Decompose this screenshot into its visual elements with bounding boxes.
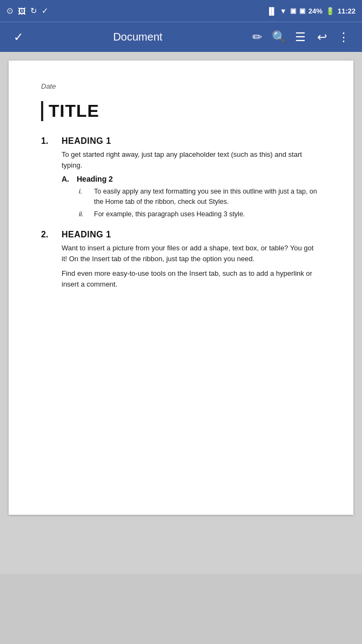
sim2-icon: ▣ — [299, 7, 305, 15]
battery-percent: 24% — [309, 7, 323, 15]
status-left: ⊙ 🖼 ↻ ✓ — [6, 6, 49, 16]
body-text-2[interactable]: Want to insert a picture from your files… — [62, 243, 321, 264]
pen-button[interactable]: ✏ — [247, 30, 267, 44]
search-button[interactable]: 🔍 — [269, 30, 289, 44]
body-text-3[interactable]: Find even more easy-to-use tools on the … — [62, 268, 321, 289]
heading3-text-ii[interactable]: For example, this paragraph uses Heading… — [94, 209, 245, 220]
app-bar: ✓ Document ✏ 🔍 ☰ ↩ ⋮ — [0, 22, 362, 52]
check-button[interactable]: ✓ — [9, 30, 28, 44]
heading1-num-2: 2. — [41, 230, 56, 240]
title-wrapper: TITLE — [41, 101, 321, 121]
check-mark-icon: ✓ — [42, 6, 49, 16]
heading3-list: i. To easily apply any text formatting y… — [79, 187, 321, 219]
heading2-row-A: A. Heading 2 — [62, 175, 321, 183]
search-icon: 🔍 — [272, 30, 286, 44]
wifi-icon: ▼ — [280, 7, 287, 15]
heading3-text-i[interactable]: To easily apply any text formatting you … — [94, 187, 321, 207]
heading3-num-ii: ii. — [79, 210, 90, 218]
undo-button[interactable]: ↩ — [312, 30, 332, 44]
heading1-row-2: 2. HEADING 1 — [41, 230, 321, 240]
image-icon: 🖼 — [18, 6, 26, 16]
heading1-num-1: 1. — [41, 136, 56, 146]
title-bar-decoration — [41, 101, 43, 121]
heading1-text-1[interactable]: HEADING 1 — [62, 136, 111, 146]
check-icon: ✓ — [14, 30, 23, 44]
heading3-num-i: i. — [79, 188, 90, 195]
refresh-icon: ↻ — [30, 6, 37, 16]
more-button[interactable]: ⋮ — [334, 30, 353, 44]
battery-icon: 🔋 — [326, 7, 334, 15]
more-icon: ⋮ — [338, 30, 350, 44]
document-title[interactable]: TITLE — [49, 101, 99, 121]
signal-icon: ▐▌ — [266, 7, 276, 15]
sim-icon: ▣ — [290, 7, 296, 15]
app-title: Document — [28, 31, 247, 43]
doc-icon: ☰ — [295, 30, 306, 44]
document-outer: Date TITLE 1. HEADING 1 To get started r… — [0, 52, 362, 574]
bottom-area — [0, 574, 362, 644]
heading3-row-ii: ii. For example, this paragraph uses Hea… — [79, 209, 321, 220]
heading3-row-i: i. To easily apply any text formatting y… — [79, 187, 321, 207]
pen-icon: ✏ — [252, 30, 262, 44]
undo-icon: ↩ — [317, 30, 327, 44]
status-right: ▐▌ ▼ ▣ ▣ 24% 🔋 11:22 — [266, 7, 356, 15]
heading1-block-1: 1. HEADING 1 To get started right away, … — [41, 136, 321, 219]
time-display: 11:22 — [338, 7, 356, 15]
heading1-text-2[interactable]: HEADING 1 — [62, 230, 111, 240]
circle-icon: ⊙ — [6, 6, 14, 16]
document-page[interactable]: Date TITLE 1. HEADING 1 To get started r… — [9, 61, 353, 515]
doc-button[interactable]: ☰ — [291, 30, 310, 44]
heading1-block-2: 2. HEADING 1 Want to insert a picture fr… — [41, 230, 321, 289]
heading1-row-1: 1. HEADING 1 — [41, 136, 321, 146]
heading2-letter-A: A. — [62, 175, 71, 183]
heading2-text-A[interactable]: Heading 2 — [77, 175, 113, 183]
document-date[interactable]: Date — [41, 82, 321, 90]
app-bar-actions: ✏ 🔍 ☰ ↩ ⋮ — [247, 30, 353, 44]
body-text-1[interactable]: To get started right away, just tap any … — [62, 149, 321, 170]
status-bar: ⊙ 🖼 ↻ ✓ ▐▌ ▼ ▣ ▣ 24% 🔋 11:22 — [0, 0, 362, 22]
